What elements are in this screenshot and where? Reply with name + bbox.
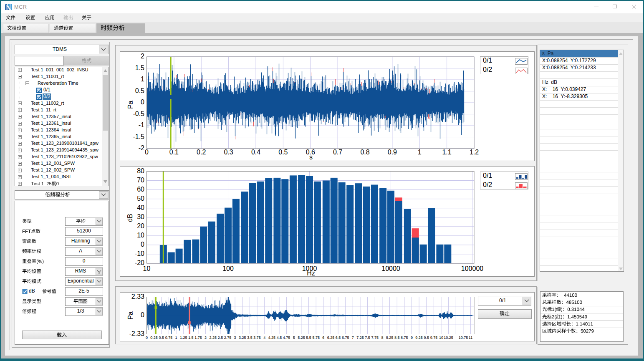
svg-text:s: s xyxy=(309,154,313,161)
svg-text:0: 0 xyxy=(146,336,148,340)
svg-text:0.5: 0.5 xyxy=(159,336,164,340)
svg-text:1: 1 xyxy=(141,76,144,83)
svg-text:2: 2 xyxy=(141,53,144,60)
svg-text:2.25: 2.25 xyxy=(209,336,217,340)
svg-text:Pa: Pa xyxy=(127,311,134,320)
svg-text:1.5: 1.5 xyxy=(135,64,144,71)
svg-text:5.75: 5.75 xyxy=(312,336,320,340)
svg-text:4.25: 4.25 xyxy=(268,336,276,340)
svg-text:-0.5: -0.5 xyxy=(133,110,144,117)
svg-text:9: 9 xyxy=(411,336,413,340)
svg-text:0.9: 0.9 xyxy=(388,149,397,156)
svg-text:9.25: 9.25 xyxy=(415,336,423,340)
svg-text:6.75: 6.75 xyxy=(342,336,349,340)
svg-text:2.75: 2.75 xyxy=(224,336,232,340)
svg-text:1.25: 1.25 xyxy=(180,336,187,340)
svg-text:3: 3 xyxy=(234,336,236,340)
svg-text:1.1: 1.1 xyxy=(442,149,451,156)
svg-text:0: 0 xyxy=(141,241,144,248)
svg-text:10: 10 xyxy=(143,265,151,272)
svg-text:10.25: 10.25 xyxy=(444,336,453,340)
svg-text:5.25: 5.25 xyxy=(298,336,305,340)
svg-text:0/1: 0/1 xyxy=(483,172,492,179)
svg-text:3.25: 3.25 xyxy=(239,336,246,340)
svg-text:0/2: 0/2 xyxy=(483,66,492,73)
svg-text:7.75: 7.75 xyxy=(371,336,379,340)
svg-text:0.25: 0.25 xyxy=(150,336,158,340)
svg-text:11: 11 xyxy=(469,336,472,340)
svg-text:0: 0 xyxy=(141,311,144,318)
svg-text:8.25: 8.25 xyxy=(386,336,394,340)
svg-text:0: 0 xyxy=(145,149,149,156)
svg-text:1: 1 xyxy=(175,336,177,340)
svg-text:70: 70 xyxy=(137,177,144,184)
svg-text:1.75: 1.75 xyxy=(194,336,202,340)
svg-text:0.3: 0.3 xyxy=(224,149,233,156)
svg-text:100000: 100000 xyxy=(461,265,483,272)
svg-text:10000: 10000 xyxy=(381,265,400,272)
svg-text:6.25: 6.25 xyxy=(327,336,335,340)
svg-text:-1: -1 xyxy=(139,121,144,129)
svg-text:40: 40 xyxy=(137,204,144,211)
svg-text:5.5: 5.5 xyxy=(306,336,311,340)
svg-text:Pa: Pa xyxy=(127,101,134,109)
svg-text:8.5: 8.5 xyxy=(394,336,400,340)
svg-text:0.1: 0.1 xyxy=(169,149,179,156)
svg-text:1.2: 1.2 xyxy=(470,149,479,156)
svg-text:0.5: 0.5 xyxy=(278,149,288,156)
svg-text:0/2: 0/2 xyxy=(483,181,492,188)
svg-text:dB: dB xyxy=(126,214,134,222)
svg-text:6: 6 xyxy=(322,336,324,340)
svg-text:8.75: 8.75 xyxy=(401,336,408,340)
svg-text:20: 20 xyxy=(137,222,144,230)
svg-text:0.4: 0.4 xyxy=(251,149,260,156)
svg-text:0/1: 0/1 xyxy=(483,57,492,64)
svg-text:8: 8 xyxy=(381,336,383,340)
svg-text:10: 10 xyxy=(439,336,443,340)
svg-text:9.5: 9.5 xyxy=(424,336,429,340)
svg-text:7.25: 7.25 xyxy=(356,336,364,340)
svg-text:4.5: 4.5 xyxy=(277,336,282,340)
svg-text:5: 5 xyxy=(293,336,295,340)
svg-text:-10: -10 xyxy=(135,250,144,257)
svg-text:60: 60 xyxy=(137,186,144,193)
svg-text:-2.33: -2.33 xyxy=(129,330,145,337)
svg-text:7: 7 xyxy=(352,336,354,340)
svg-text:1.5: 1.5 xyxy=(188,336,194,340)
svg-text:2.5: 2.5 xyxy=(218,336,223,340)
svg-text:50: 50 xyxy=(137,195,144,202)
svg-text:0.2: 0.2 xyxy=(197,149,206,156)
svg-text:1: 1 xyxy=(418,149,422,156)
svg-text:-1.5: -1.5 xyxy=(133,133,144,140)
svg-text:2.33: 2.33 xyxy=(131,293,144,300)
svg-text:0: 0 xyxy=(141,98,144,106)
svg-text:3.5: 3.5 xyxy=(247,336,253,340)
svg-text:80: 80 xyxy=(137,167,144,174)
svg-text:30: 30 xyxy=(137,213,144,220)
svg-text:0.8: 0.8 xyxy=(360,149,369,156)
svg-text:100: 100 xyxy=(222,265,234,272)
svg-text:6.5: 6.5 xyxy=(336,336,341,340)
svg-text:7.5: 7.5 xyxy=(365,336,370,340)
svg-text:4.75: 4.75 xyxy=(283,336,290,340)
svg-text:10.75: 10.75 xyxy=(459,336,468,340)
svg-text:2: 2 xyxy=(205,336,207,340)
svg-text:0.5: 0.5 xyxy=(135,87,144,94)
svg-text:9.75: 9.75 xyxy=(430,336,438,340)
svg-text:0.75: 0.75 xyxy=(165,336,173,340)
svg-text:-2: -2 xyxy=(139,144,144,151)
svg-text:3.75: 3.75 xyxy=(253,336,261,340)
svg-text:0.7: 0.7 xyxy=(333,149,342,156)
svg-text:4: 4 xyxy=(263,336,265,340)
svg-text:10: 10 xyxy=(137,232,144,239)
svg-text:Hz: Hz xyxy=(307,270,315,276)
